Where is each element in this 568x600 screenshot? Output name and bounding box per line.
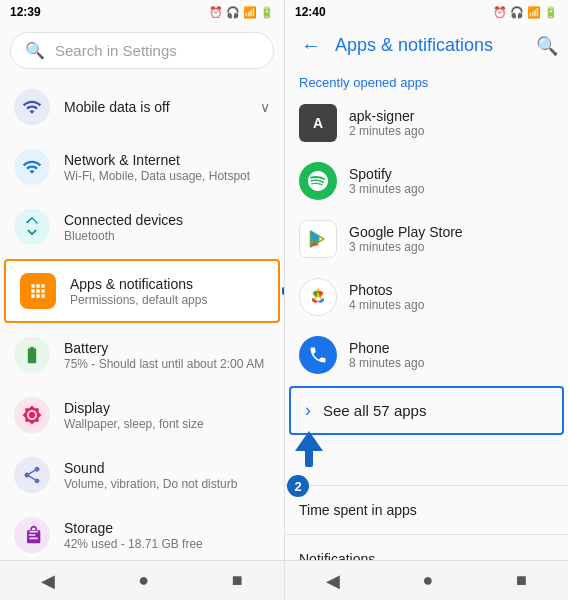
settings-list: Mobile data is off ∨ Network & Internet …	[0, 77, 284, 560]
headphone-icon: 🎧	[226, 6, 240, 19]
google-play-info: Google Play Store 3 minutes ago	[349, 224, 554, 254]
photos-name: Photos	[349, 282, 554, 298]
apk-signer-info: apk-signer 2 minutes ago	[349, 108, 554, 138]
left-panel: 12:39 ⏰ 🎧 📶 🔋 🔍 Search in Settings Mobil…	[0, 0, 284, 600]
network-subtitle: Wi-Fi, Mobile, Data usage, Hotspot	[64, 169, 270, 183]
spotify-icon	[299, 162, 337, 200]
search-icon: 🔍	[25, 41, 45, 60]
app-list: A apk-signer 2 minutes ago Spotify 3 min…	[285, 94, 568, 560]
settings-item-display[interactable]: Display Wallpaper, sleep, font size	[0, 385, 284, 445]
recents-nav-left[interactable]: ■	[216, 566, 259, 595]
status-time-left: 12:39	[10, 5, 41, 19]
see-all-button[interactable]: › See all 57 apps	[289, 386, 564, 435]
battery-subtitle: 75% - Should last until about 2:00 AM	[64, 357, 270, 371]
search-placeholder: Search in Settings	[55, 42, 177, 59]
settings-item-network[interactable]: Network & Internet Wi-Fi, Mobile, Data u…	[0, 137, 284, 197]
status-bar-right: 12:40 ⏰ 🎧 📶 🔋	[285, 0, 568, 24]
battery-title: Battery	[64, 340, 270, 356]
section-label: Recently opened apps	[285, 67, 568, 94]
alarm-icon: ⏰	[209, 6, 223, 19]
network-text: Network & Internet Wi-Fi, Mobile, Data u…	[64, 152, 270, 183]
wifi-icon: 📶	[243, 6, 257, 19]
chevron-down-icon: ∨	[260, 99, 270, 115]
recents-nav-right[interactable]: ■	[500, 566, 543, 595]
connected-devices-title: Connected devices	[64, 212, 270, 228]
photos-icon	[299, 278, 337, 316]
arrow-annotation-1	[282, 277, 284, 305]
see-all-wrapper: › See all 57 apps 2	[285, 386, 568, 435]
display-icon	[14, 397, 50, 433]
google-play-icon	[299, 220, 337, 258]
settings-item-mobile-data[interactable]: Mobile data is off ∨	[0, 77, 284, 137]
app-item-photos[interactable]: Photos 4 minutes ago	[285, 268, 568, 326]
right-panel: 12:40 ⏰ 🎧 📶 🔋 ← Apps & notifications 🔍 R…	[284, 0, 568, 600]
google-play-name: Google Play Store	[349, 224, 554, 240]
display-subtitle: Wallpaper, sleep, font size	[64, 417, 270, 431]
battery-icon-right: 🔋	[544, 6, 558, 19]
nav-bar-right: ◀ ● ■	[285, 560, 568, 600]
svg-rect-3	[305, 449, 313, 467]
storage-text: Storage 42% used - 18.71 GB free	[64, 520, 270, 551]
apk-signer-name: apk-signer	[349, 108, 554, 124]
spotify-name: Spotify	[349, 166, 554, 182]
phone-icon	[299, 336, 337, 374]
phone-info: Phone 8 minutes ago	[349, 340, 554, 370]
other-item-time-spent[interactable]: Time spent in apps	[285, 490, 568, 530]
home-nav-right[interactable]: ●	[407, 566, 450, 595]
wifi-icon-right: 📶	[527, 6, 541, 19]
nav-bar-left: ◀ ● ■	[0, 560, 284, 600]
apps-text: Apps & notifications Permissions, defaul…	[70, 276, 264, 307]
badge-2: 2	[287, 475, 309, 497]
mobile-data-icon	[14, 89, 50, 125]
storage-title: Storage	[64, 520, 270, 536]
google-play-time: 3 minutes ago	[349, 240, 554, 254]
app-item-apk-signer[interactable]: A apk-signer 2 minutes ago	[285, 94, 568, 152]
header-right: ← Apps & notifications 🔍	[285, 24, 568, 67]
search-icon-right[interactable]: 🔍	[536, 35, 558, 57]
settings-item-storage[interactable]: Storage 42% used - 18.71 GB free	[0, 505, 284, 560]
sound-icon	[14, 457, 50, 493]
display-text: Display Wallpaper, sleep, font size	[64, 400, 270, 431]
app-item-phone[interactable]: Phone 8 minutes ago	[285, 326, 568, 384]
time-spent-title: Time spent in apps	[299, 502, 554, 518]
settings-item-sound[interactable]: Sound Volume, vibration, Do not disturb	[0, 445, 284, 505]
phone-time: 8 minutes ago	[349, 356, 554, 370]
sound-title: Sound	[64, 460, 270, 476]
battery-icon-left: 🔋	[260, 6, 274, 19]
battery-text: Battery 75% - Should last until about 2:…	[64, 340, 270, 371]
sound-subtitle: Volume, vibration, Do not disturb	[64, 477, 270, 491]
connected-devices-icon	[14, 209, 50, 245]
svg-marker-2	[295, 431, 323, 451]
status-bar-left: 12:39 ⏰ 🎧 📶 🔋	[0, 0, 284, 24]
sound-text: Sound Volume, vibration, Do not disturb	[64, 460, 270, 491]
apk-signer-icon: A	[299, 104, 337, 142]
settings-item-battery[interactable]: Battery 75% - Should last until about 2:…	[0, 325, 284, 385]
apps-icon	[20, 273, 56, 309]
photos-info: Photos 4 minutes ago	[349, 282, 554, 312]
status-time-right: 12:40	[295, 5, 326, 19]
connected-devices-subtitle: Bluetooth	[64, 229, 270, 243]
other-item-notifications[interactable]: Notifications On for all apps	[285, 539, 568, 560]
home-nav-left[interactable]: ●	[122, 566, 165, 595]
back-nav-left[interactable]: ◀	[25, 566, 71, 596]
page-title-right: Apps & notifications	[335, 35, 528, 56]
search-bar[interactable]: 🔍 Search in Settings	[10, 32, 274, 69]
app-item-google-play[interactable]: Google Play Store 3 minutes ago	[285, 210, 568, 268]
settings-item-apps[interactable]: Apps & notifications Permissions, defaul…	[4, 259, 280, 323]
storage-icon	[14, 517, 50, 553]
see-all-label: See all 57 apps	[323, 402, 426, 419]
spotify-time: 3 minutes ago	[349, 182, 554, 196]
spacer	[285, 437, 568, 481]
mobile-data-text: Mobile data is off	[64, 99, 246, 115]
status-icons-right: ⏰ 🎧 📶 🔋	[493, 6, 558, 19]
connected-devices-text: Connected devices Bluetooth	[64, 212, 270, 243]
back-nav-right[interactable]: ◀	[310, 566, 356, 596]
network-icon	[14, 149, 50, 185]
status-icons-left: ⏰ 🎧 📶 🔋	[209, 6, 274, 19]
app-item-spotify[interactable]: Spotify 3 minutes ago	[285, 152, 568, 210]
see-all-chevron-icon: ›	[305, 400, 311, 421]
up-arrow-annotation	[295, 431, 323, 471]
headphone-icon-right: 🎧	[510, 6, 524, 19]
back-button-right[interactable]: ←	[295, 32, 327, 59]
settings-item-connected-devices[interactable]: Connected devices Bluetooth	[0, 197, 284, 257]
